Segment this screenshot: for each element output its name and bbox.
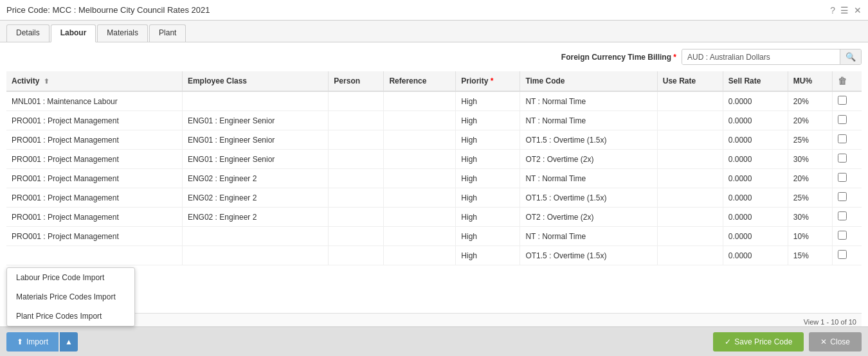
row-delete-checkbox[interactable] — [838, 115, 847, 124]
cell-person — [329, 246, 384, 265]
cell-priority: High — [456, 91, 520, 111]
cell-priority: High — [456, 208, 520, 227]
currency-label: Foreign Currency Time Billing * — [561, 53, 676, 62]
sort-icon-activity[interactable]: ⬆ — [44, 78, 49, 85]
cell-activity: MNL001 : Maintenance Labour — [6, 91, 182, 111]
pagination-info: View 1 - 10 of 10 — [804, 318, 856, 326]
cell-use-rate — [657, 169, 723, 188]
cell-mu: 25% — [788, 130, 832, 150]
close-button[interactable]: ✕ Close — [809, 332, 862, 352]
cell-mu: 25% — [788, 188, 832, 208]
help-icon[interactable]: ? — [830, 5, 835, 15]
plant-import-item[interactable]: Plant Price Codes Import — [7, 307, 134, 326]
col-time-code: Time Code — [520, 71, 657, 91]
cell-person — [329, 169, 384, 188]
labour-import-item[interactable]: Labour Price Code Import — [7, 268, 134, 287]
table-row: PRO001 : Project ManagementENG02 : Engin… — [6, 188, 862, 208]
cell-activity: PRO001 : Project Management — [6, 111, 182, 130]
import-icon: ⬆ — [17, 337, 23, 346]
cell-use-rate — [657, 188, 723, 208]
materials-import-item[interactable]: Materials Price Codes Import — [7, 287, 134, 307]
cell-employee-class: ENG02 : Engineer 2 — [182, 188, 328, 208]
cell-person — [329, 91, 384, 111]
cell-priority: High — [456, 227, 520, 246]
col-reference: Reference — [384, 71, 456, 91]
footer-right: ✓ Save Price Code ✕ Close — [713, 332, 862, 352]
cell-person — [329, 208, 384, 227]
cell-delete — [832, 246, 862, 265]
cell-time-code: OT2 : Overtime (2x) — [520, 208, 657, 227]
cell-reference — [384, 208, 456, 227]
table-row: PRO001 : Project ManagementENG02 : Engin… — [6, 169, 862, 188]
col-mu: MU% — [788, 71, 832, 91]
cell-employee-class — [182, 227, 328, 246]
cell-delete — [832, 188, 862, 208]
cell-person — [329, 130, 384, 150]
cell-employee-class — [182, 91, 328, 111]
cell-employee-class — [182, 246, 328, 265]
row-delete-checkbox[interactable] — [838, 231, 847, 240]
tab-details[interactable]: Details — [6, 24, 50, 42]
row-delete-checkbox[interactable] — [838, 192, 847, 201]
cell-activity: PRO001 : Project Management — [6, 169, 182, 188]
required-indicator: * — [673, 53, 676, 62]
delete-all-icon[interactable]: 🗑 — [838, 76, 847, 86]
col-priority: Priority * — [456, 71, 520, 91]
cell-person — [329, 188, 384, 208]
cell-sell-rate: 0.0000 — [723, 227, 788, 246]
cell-activity: PRO001 : Project Management — [6, 208, 182, 227]
import-button[interactable]: ⬆ Import — [6, 332, 59, 352]
table-row: MNL001 : Maintenance LabourHighNT : Norm… — [6, 91, 862, 111]
tab-materials[interactable]: Materials — [97, 24, 148, 42]
row-delete-checkbox[interactable] — [838, 250, 847, 259]
col-sell-rate: Sell Rate — [723, 71, 788, 91]
cell-priority: High — [456, 150, 520, 169]
cell-mu: 10% — [788, 227, 832, 246]
tab-plant[interactable]: Plant — [149, 24, 186, 42]
title-bar-icons: ? ☰ ✕ — [830, 5, 862, 15]
table-row: PRO001 : Project ManagementENG01 : Engin… — [6, 111, 862, 130]
cell-priority: High — [456, 188, 520, 208]
menu-icon[interactable]: ☰ — [840, 5, 849, 15]
cell-activity: PRO001 : Project Management — [6, 227, 182, 246]
cell-employee-class: ENG01 : Engineer Senior — [182, 111, 328, 130]
cell-time-code: NT : Normal Time — [520, 111, 657, 130]
row-delete-checkbox[interactable] — [838, 154, 847, 163]
save-price-code-button[interactable]: ✓ Save Price Code — [713, 332, 804, 352]
tabs-bar: Details Labour Materials Plant — [0, 21, 868, 42]
cell-priority: High — [456, 130, 520, 150]
cell-mu: 30% — [788, 150, 832, 169]
cell-delete — [832, 91, 862, 111]
cell-delete — [832, 227, 862, 246]
cell-person — [329, 150, 384, 169]
cell-mu: 30% — [788, 208, 832, 227]
table-header-row: Activity ⬆ Employee Class Person Referen… — [6, 71, 862, 91]
table-row: HighOT1.5 : Overtime (1.5x)0.000015% — [6, 246, 862, 265]
col-person: Person — [329, 71, 384, 91]
cell-activity — [6, 246, 182, 265]
cell-reference — [384, 188, 456, 208]
currency-input[interactable] — [682, 50, 840, 64]
cell-time-code: OT1.5 : Overtime (1.5x) — [520, 246, 657, 265]
cell-sell-rate: 0.0000 — [723, 208, 788, 227]
row-delete-checkbox[interactable] — [838, 211, 847, 220]
cell-mu: 20% — [788, 91, 832, 111]
cell-sell-rate: 0.0000 — [723, 169, 788, 188]
import-arrow-button[interactable]: ▲ — [60, 332, 78, 352]
save-icon: ✓ — [725, 337, 731, 346]
cell-delete — [832, 111, 862, 130]
cell-activity: PRO001 : Project Management — [6, 130, 182, 150]
close-window-icon[interactable]: ✕ — [854, 5, 862, 15]
cell-reference — [384, 169, 456, 188]
cell-delete — [832, 130, 862, 150]
col-use-rate: Use Rate — [657, 71, 723, 91]
cell-reference — [384, 246, 456, 265]
row-delete-checkbox[interactable] — [838, 96, 847, 105]
row-delete-checkbox[interactable] — [838, 134, 847, 143]
cell-sell-rate: 0.0000 — [723, 188, 788, 208]
tab-labour[interactable]: Labour — [51, 24, 96, 42]
footer: ⬆ Import ▲ ✓ Save Price Code ✕ Close — [0, 326, 868, 356]
currency-search-button[interactable]: 🔍 — [840, 49, 861, 64]
cell-use-rate — [657, 227, 723, 246]
row-delete-checkbox[interactable] — [838, 173, 847, 182]
